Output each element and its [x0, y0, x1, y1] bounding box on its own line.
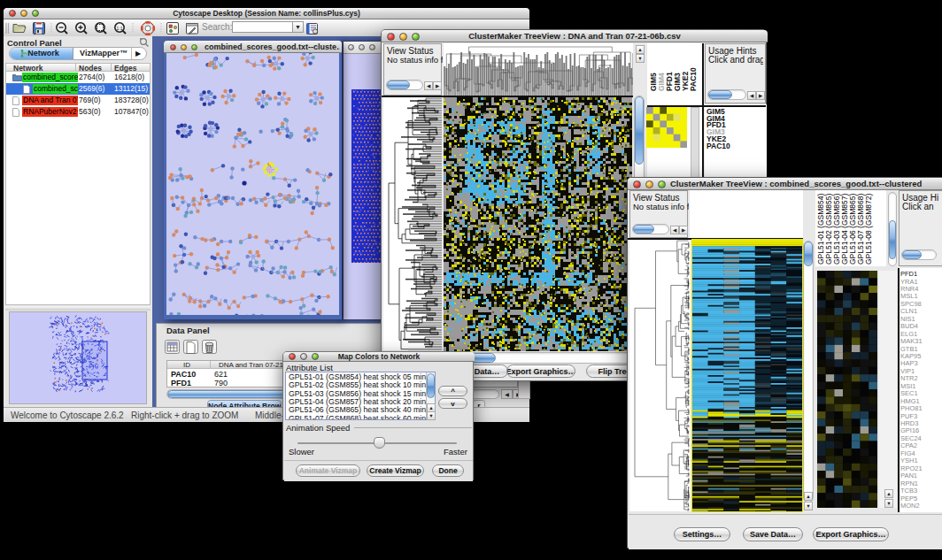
- svg-text:1:1: 1:1: [117, 26, 123, 31]
